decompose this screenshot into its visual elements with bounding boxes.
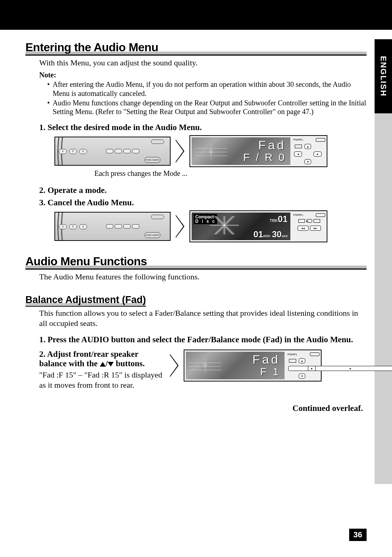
heading-entering-audio-menu: Entering the Audio Menu [25, 41, 367, 56]
small-indicator [289, 359, 296, 363]
page-number: 36 [349, 529, 367, 541]
language-tab-grey-3 [375, 262, 392, 336]
small-button [106, 224, 113, 229]
step-1: 1. Select the desired mode in the Audio … [39, 123, 367, 132]
func-audio-button: FUNC AUDIO [144, 232, 160, 238]
device-panel-illustration-2: 4 5 6 FUNC AUDIO [54, 212, 171, 241]
balance-intro-text: This function allows you to select a Fad… [39, 308, 367, 328]
balance-step-2-body: "Fad :F 15" – "Fad :R 15" is displayed a… [39, 370, 163, 390]
intro-text-1: With this Menu, you can adjust the sound… [39, 58, 367, 68]
balance-step-1: 1. Press the AUDIO button and select the… [39, 335, 367, 344]
next-track-button: ▸▸ [310, 226, 321, 231]
arrow-right-icon [176, 215, 184, 238]
step2-text-column: 2. Adjust front/rear speaker balance wit… [39, 350, 163, 390]
language-tab-grey-4 [375, 336, 392, 410]
step2-two-column: 2. Adjust front/rear speaker balance wit… [39, 350, 367, 390]
language-tab-grey-1 [375, 113, 392, 187]
small-indicator [295, 145, 302, 148]
left-button: ◂ [294, 152, 302, 157]
right-button: ▸ [314, 152, 322, 157]
preset-button: 4 [59, 224, 67, 229]
left-button: ◂ [288, 366, 392, 371]
preset-button: 5 [69, 149, 77, 154]
sfeq-button [151, 215, 164, 219]
step-3: 3. Cancel the Audio Menu. [39, 198, 367, 207]
balance-graphic-icon [195, 145, 227, 159]
power-indicator-icon [316, 138, 325, 142]
triangle-down-icon [108, 362, 114, 367]
page-content: Entering the Audio Menu With this Menu, … [0, 30, 392, 413]
prev-track-button: ◂◂ [298, 226, 309, 231]
small-button [106, 149, 113, 153]
subheading-balance-adjustment: Balance Adjustment (Fad) [25, 294, 146, 307]
balance-step-2: 2. Adjust front/rear speaker balance wit… [39, 350, 163, 368]
triangle-up-icon [100, 362, 106, 367]
small-button [115, 149, 122, 153]
lcd-line2: F 1 [260, 366, 280, 378]
lcd-line1: Fad [258, 138, 286, 152]
continued-overleaf: Continued overleaf. [25, 404, 363, 413]
lcd-screen-2: Compact D i s c TRK01 01min 30sec [192, 213, 290, 240]
down-button: ▾ [299, 374, 305, 379]
language-tab-english: ENGLISH [375, 39, 392, 113]
heading-audio-menu-functions: Audio Menu Functions [25, 255, 367, 270]
bullet-icon: • [47, 98, 50, 116]
intro-text-2: The Audio Menu features the following fu… [39, 272, 367, 282]
display-box-cd: Compact D i s c TRK01 01min 30sec PWRFL [189, 210, 327, 242]
dpad-control: ▴ ▾ ◂ ▸ [287, 358, 317, 379]
right-button: ▸ [308, 366, 316, 371]
device-panel-illustration-1: 4 5 6 FUNC AUDIO [54, 137, 171, 166]
time-indicator: 01min 30sec [253, 229, 288, 239]
figure-row-2: 4 5 6 FUNC AUDIO Compact D i s c [54, 210, 367, 242]
balance-graphic-icon [189, 359, 221, 374]
starburst-graphic-icon [210, 216, 239, 234]
power-indicator-icon [316, 213, 325, 217]
small-button [132, 149, 139, 153]
note-label: Note: [39, 71, 367, 79]
preset-button: 4 [59, 149, 67, 154]
dpad-control: ▴ ▾ ◂ ▸ [293, 144, 322, 164]
lcd-line2: F / R 0 [243, 151, 286, 164]
language-tab-grey-2 [375, 187, 392, 262]
small-button [123, 149, 131, 153]
preset-button: 6 [79, 149, 87, 154]
preset-button: 6 [79, 224, 87, 229]
power-indicator-icon [310, 352, 319, 356]
pwrfl-label: PWRFL [293, 213, 303, 217]
control-panel: PWRFL ▴ ▾ ◂ ▸ [292, 136, 327, 166]
lcd-screen-1: Fad F / R 0 [192, 137, 290, 165]
arrow-right-icon [170, 354, 179, 377]
small-indicator [298, 219, 305, 223]
up-button: ▴ [305, 144, 311, 149]
track-indicator: TRK01 [270, 214, 287, 224]
figure-row-1: 4 5 6 FUNC AUDIO [54, 135, 367, 167]
note-item-1: • After entering the Audio Menu, if you … [47, 80, 367, 98]
up-button: ▴ [306, 219, 312, 223]
language-tab-label: ENGLISH [379, 56, 388, 97]
small-button [132, 224, 139, 229]
sfeq-button [151, 140, 164, 144]
note-text-2: Audio Menu functions change depending on… [53, 98, 367, 116]
skip-controls: ◂◂ ▸▸ [293, 226, 325, 231]
small-button [123, 224, 131, 229]
top-black-bar [0, 0, 392, 30]
step-2: 2. Operate a mode. [39, 186, 367, 195]
func-audio-button: FUNC AUDIO [144, 157, 160, 163]
note-item-2: • Audio Menu functions change depending … [47, 98, 367, 116]
down-button: ▾ [305, 159, 311, 164]
arrow-right-icon [176, 140, 184, 163]
control-panel: PWRFL ▴ ◂◂ ▸▸ [292, 211, 327, 242]
small-indicator [314, 219, 320, 223]
lcd-screen-3: Fad F 1 [186, 352, 285, 379]
control-panel: PWRFL ▴ ▾ ◂ ▸ [286, 350, 321, 381]
note-list: • After entering the Audio Menu, if you … [47, 80, 367, 116]
display-box-fad: Fad F / R 0 PWRFL ▴ ▾ ◂ ▸ [189, 135, 327, 167]
bullet-icon: • [47, 80, 50, 98]
caption-mode-change: Each press changes the Mode ... [94, 169, 367, 178]
note-text-1: After entering the Audio Menu, if you do… [53, 80, 367, 98]
pwrfl-label: PWRFL [293, 138, 303, 141]
small-button [115, 224, 122, 229]
step2-figure-column: Fad F 1 PWRFL ▴ ▾ ◂ ▸ [170, 350, 322, 382]
pwrfl-label: PWRFL [287, 353, 298, 356]
preset-button: 5 [69, 224, 77, 229]
